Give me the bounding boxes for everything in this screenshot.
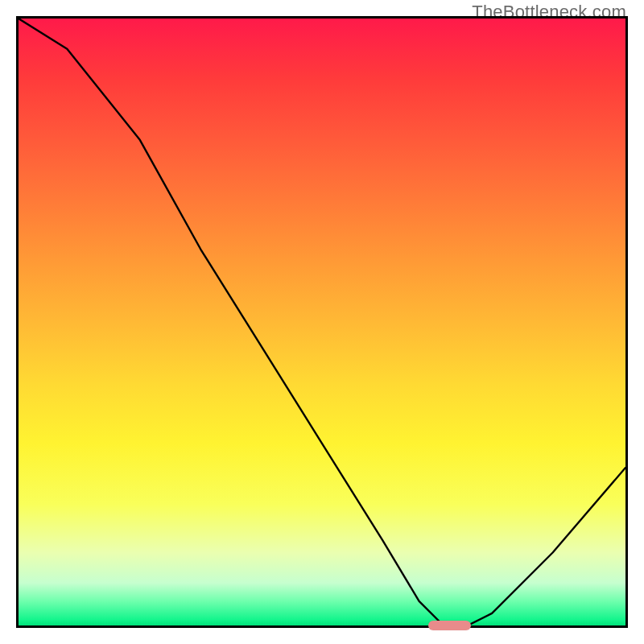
plot-area <box>16 16 628 628</box>
bottleneck-chart: TheBottleneck.com <box>0 0 644 644</box>
optimal-range-marker <box>428 621 471 630</box>
bottleneck-curve <box>19 19 625 625</box>
